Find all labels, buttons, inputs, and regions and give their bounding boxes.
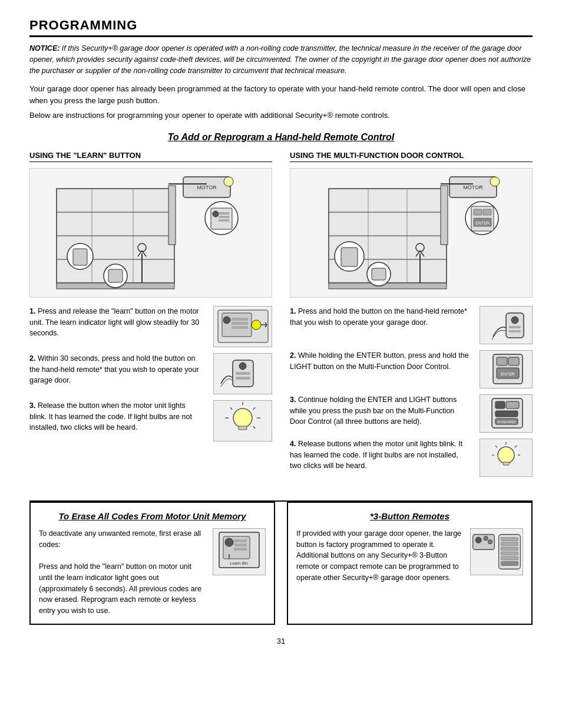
svg-rect-67 [372,268,386,280]
page-title: PROGRAMMING [29,18,533,37]
svg-point-98 [225,538,233,546]
svg-rect-79 [497,357,507,365]
svg-point-28 [223,317,230,324]
svg-rect-110 [501,542,518,546]
erase-text: To deactivate any unwanted remote, first… [39,528,207,617]
svg-rect-25 [219,219,229,222]
svg-rect-112 [501,552,518,555]
intro-paragraph-2: Below are instructions for programming y… [29,110,533,121]
page-number: 31 [29,637,533,645]
svg-point-40 [233,409,252,427]
svg-point-22 [213,211,219,217]
svg-line-46 [230,407,232,410]
right-step-2: 2. While holding the ENTER button, press… [290,350,533,388]
right-steps: 1. Press and hold the button on the hand… [290,306,533,477]
erase-content: To deactivate any unwanted remote, first… [39,528,266,617]
right-step-1-image [480,306,533,344]
svg-rect-17 [73,249,87,265]
left-step-3-image [213,400,272,442]
erase-title: To Erase All Codes From Motor Unit Memor… [39,510,266,522]
svg-point-32 [252,320,261,330]
left-step-3: 3. Release the button when the motor uni… [29,400,272,442]
left-column: USING THE "LEARN" BUTTON MOTOR [29,151,272,483]
erase-text-2: Press and hold the "learn" button on mot… [39,562,201,615]
remotes-text: If provided with your garage door opener… [296,528,464,584]
svg-rect-85 [506,401,519,409]
remotes-text-content: If provided with your garage door opener… [296,529,461,582]
svg-point-37 [239,363,246,370]
svg-rect-76 [509,326,521,328]
svg-point-106 [484,536,488,540]
svg-rect-71 [483,209,491,215]
svg-point-11 [224,177,233,186]
svg-rect-54 [329,283,447,289]
svg-line-92 [515,446,517,447]
svg-rect-65 [341,248,358,266]
svg-text:MOTOR: MOTOR [463,185,483,190]
notice-text: If this Security+® garage door opener is… [29,44,531,75]
svg-rect-38 [236,372,250,375]
svg-rect-24 [219,216,229,218]
right-diagram: MOTOR ENTER [290,168,533,298]
remotes-image [470,528,523,575]
notice-label: NOTICE: [29,44,59,52]
right-col-heading: USING THE MULTI-FUNCTION DOOR CONTROL [290,151,533,162]
right-step-2-text: 2. While holding the ENTER button, press… [290,350,470,373]
svg-rect-55 [441,186,448,245]
bottom-section: To Erase All Codes From Motor Unit Memor… [29,500,533,625]
svg-text:ENTER: ENTER [501,372,515,376]
svg-point-89 [498,447,514,463]
svg-rect-23 [219,212,229,215]
svg-rect-77 [509,330,521,332]
left-steps: 1. Press and release the "learn" button … [29,306,272,442]
erase-codes-box: To Erase All Codes From Motor Unit Memor… [29,502,275,625]
remotes-title: *3-Button Remotes [296,510,523,522]
svg-rect-109 [501,538,518,541]
left-col-heading: USING THE "LEARN" BUTTON [29,151,272,162]
svg-rect-100 [234,543,247,546]
right-step-2-image: ENTER [480,350,533,388]
svg-rect-101 [234,548,247,551]
right-step-3: 3. Continue holding the ENTER and LIGHT … [290,394,533,433]
right-column: USING THE MULTI-FUNCTION DOOR CONTROL MO… [290,151,533,483]
erase-image: Learn Btn [213,528,266,575]
svg-rect-31 [232,326,248,329]
right-step-4-image [480,439,533,477]
remotes-content: If provided with your garage door opener… [296,528,523,584]
svg-rect-39 [236,377,250,380]
svg-rect-90 [503,462,509,465]
svg-rect-84 [495,401,505,409]
svg-rect-99 [234,539,247,542]
right-step-3-text: 3. Continue holding the ENTER and LIGHT … [290,394,470,427]
right-step-1-text: 1. Press and hold the button on the hand… [290,306,470,328]
right-step-4: 4. Release buttons when the motor unit l… [290,439,533,477]
svg-rect-80 [508,357,519,365]
svg-line-43 [253,407,255,410]
left-step-3-text: 3. Release the button when the motor uni… [29,400,204,433]
svg-rect-29 [232,318,248,321]
svg-text:PUSH BAR: PUSH BAR [497,420,515,424]
left-step-2-text: 2. Within 30 seconds, press and hold the… [29,353,204,386]
left-step-2-image [213,353,272,394]
svg-rect-70 [474,209,482,215]
right-step-1: 1. Press and hold the button on the hand… [290,306,533,344]
intro-paragraph-1: Your garage door opener has already been… [29,83,533,106]
right-step-4-text: 4. Release buttons when the motor unit l… [290,439,470,472]
svg-rect-114 [501,561,518,565]
svg-rect-19 [108,269,123,282]
svg-rect-111 [501,547,518,551]
svg-line-45 [253,426,255,429]
svg-text:ENTER: ENTER [475,221,490,225]
svg-rect-41 [239,426,247,430]
svg-point-75 [511,317,518,324]
svg-line-94 [495,446,497,447]
svg-rect-86 [495,411,518,417]
three-button-remotes-box: *3-Button Remotes If provided with your … [287,502,533,625]
two-column-layout: USING THE "LEARN" BUTTON MOTOR [29,151,533,483]
left-step-1-image [213,306,272,347]
svg-rect-7 [168,186,176,245]
svg-rect-30 [232,322,248,325]
left-step-1-text: 1. Press and release the "learn" button … [29,306,204,339]
notice-block: NOTICE: If this Security+® garage door o… [29,43,533,76]
svg-text:MOTOR: MOTOR [197,185,217,190]
